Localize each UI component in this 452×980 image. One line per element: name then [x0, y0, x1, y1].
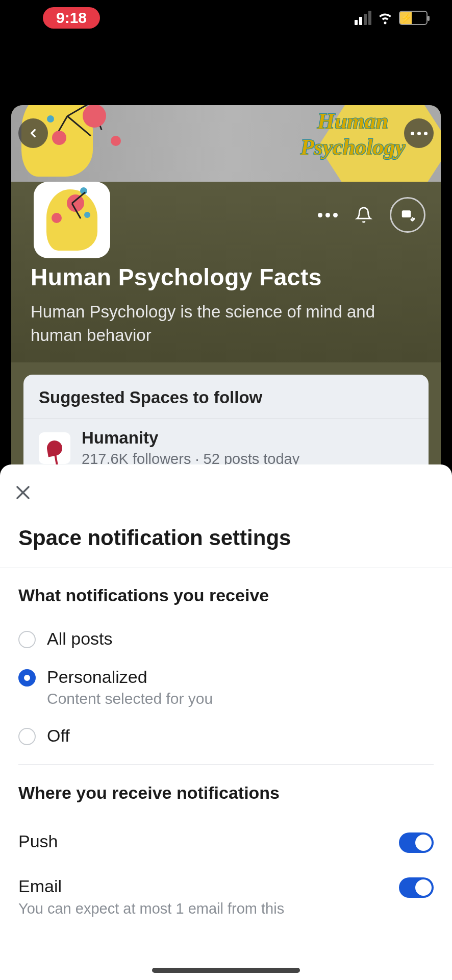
push-toggle[interactable]	[399, 832, 434, 853]
radio-sublabel: Content selected for you	[47, 690, 213, 707]
section-what-notifications: What notifications you receive All posts…	[0, 568, 452, 770]
home-indicator[interactable]	[152, 968, 300, 973]
radio-icon	[18, 631, 36, 648]
battery-icon: ⚡	[399, 11, 428, 25]
suggested-heading: Suggested Spaces to follow	[23, 375, 429, 419]
radio-off[interactable]: Off	[18, 717, 434, 755]
cover-title: Human Psychology	[300, 108, 405, 160]
bell-icon[interactable]	[355, 206, 372, 224]
close-button[interactable]	[10, 480, 36, 505]
email-toggle[interactable]	[399, 877, 434, 898]
notification-settings-sheet: Space notification settings What notific…	[0, 464, 452, 980]
space-avatar[interactable]	[34, 182, 110, 258]
toggle-push-row: Push	[18, 817, 434, 862]
toggle-sublabel: You can expect at most 1 email from this	[18, 900, 284, 917]
section-heading: Where you receive notifications	[18, 783, 434, 803]
status-bar: 9:18 ⚡	[0, 0, 452, 36]
toggle-label: Push	[18, 831, 58, 851]
sheet-title: Space notification settings	[0, 464, 452, 568]
space-action-row	[318, 197, 425, 233]
radio-icon	[18, 669, 36, 687]
radio-label: Personalized	[47, 667, 213, 687]
divider	[18, 764, 434, 765]
suggested-avatar	[39, 432, 70, 464]
svg-rect-0	[402, 210, 411, 217]
suggested-name: Humanity	[82, 428, 299, 448]
toggle-email-row: Email You can expect at most 1 email fro…	[18, 862, 434, 926]
toggle-label: Email	[18, 876, 284, 896]
status-time: 9:18	[43, 7, 100, 29]
radio-label: All posts	[47, 629, 113, 649]
wifi-icon	[376, 8, 394, 28]
space-cover: Human Psychology	[11, 105, 441, 182]
status-icons: ⚡	[355, 8, 428, 28]
section-heading: What notifications you receive	[18, 585, 434, 605]
space-card: Human Psychology Human Psyc	[11, 105, 441, 477]
cellular-icon	[355, 11, 371, 25]
cover-more-button[interactable]	[404, 118, 434, 148]
radio-label: Off	[47, 726, 70, 746]
radio-all-posts[interactable]: All posts	[18, 620, 434, 658]
space-more-button[interactable]	[318, 213, 338, 217]
section-where-notifications: Where you receive notifications Push Ema…	[0, 770, 452, 932]
space-description: Human Psychology is the science of mind …	[31, 300, 421, 347]
back-button[interactable]	[18, 118, 48, 148]
suggested-spaces: Suggested Spaces to follow Humanity 217.…	[23, 375, 429, 477]
radio-personalized[interactable]: Personalized Content selected for you	[18, 658, 434, 717]
follow-status-button[interactable]	[390, 197, 425, 233]
space-title: Human Psychology Facts	[31, 263, 421, 291]
radio-icon	[18, 728, 36, 745]
